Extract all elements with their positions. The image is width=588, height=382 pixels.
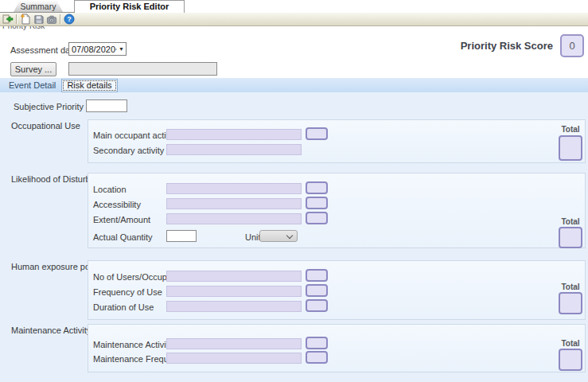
accessibility-field[interactable] [166, 198, 302, 209]
window-tab-bar: Summary Priority Risk Editor [0, 0, 588, 13]
occupational-use-total-label: Total [559, 125, 582, 134]
duration-of-use-field[interactable] [166, 301, 302, 312]
chevron-down-icon [286, 232, 293, 239]
location-score [306, 181, 328, 194]
section-title-occupational-use: Occupational Use [11, 121, 80, 131]
maintenance-activity-label: Maintenance Activity [93, 340, 173, 349]
unit-dropdown[interactable] [259, 230, 298, 242]
maintenance-frequency-score [306, 351, 328, 364]
occupational-use-total-box [559, 135, 582, 161]
camera-button[interactable] [45, 14, 58, 25]
maintenance-total-label: Total [559, 339, 582, 348]
actual-quantity-label: Actual Quantity [93, 232, 153, 242]
frequency-of-use-score [306, 284, 328, 297]
subjective-priority-input[interactable] [86, 99, 127, 112]
maintenance-frequency-field[interactable] [166, 353, 302, 364]
tab-risk-details[interactable]: Risk details [61, 79, 118, 92]
tab-priority-risk-editor-label: Priority Risk Editor [90, 2, 169, 11]
main-occupant-activity-score [306, 127, 328, 140]
assessment-date-input[interactable]: 07/08/2020 ▼ [68, 42, 127, 56]
users-occupants-score [306, 269, 328, 282]
section-maintenance-activity: Maintenance Activity Maintenance Frequen… [88, 324, 586, 372]
human-exposure-total-box [559, 292, 582, 314]
calendar-icon [115, 45, 117, 53]
open-record-icon [2, 14, 14, 25]
new-document-icon [20, 14, 30, 25]
extent-amount-field[interactable] [166, 213, 302, 224]
extent-amount-score [306, 212, 328, 224]
section-human-exposure: No of Users/Occupants Frequency of Use D… [88, 260, 586, 320]
main-occupant-activity-field[interactable] [166, 129, 302, 140]
likelihood-total-box [559, 227, 582, 248]
location-field[interactable] [166, 183, 302, 194]
tab-risk-details-label: Risk details [67, 80, 111, 90]
likelihood-total-label: Total [559, 217, 582, 226]
tab-priority-risk-editor[interactable]: Priority Risk Editor [74, 0, 185, 13]
frequency-of-use-field[interactable] [166, 286, 302, 297]
users-occupants-field[interactable] [166, 271, 302, 282]
date-dropdown-arrow-icon[interactable]: ▼ [119, 46, 126, 52]
actual-quantity-input[interactable] [166, 230, 197, 242]
maintenance-activity-score [306, 337, 328, 349]
subjective-priority-label: Subjective Priority [14, 102, 84, 111]
clipped-group-caption-text: Priority Risk [2, 26, 45, 30]
save-button[interactable] [32, 14, 45, 25]
priority-risk-score-value: 0 [560, 34, 584, 57]
assessment-date-value: 07/08/2020 [72, 45, 115, 54]
assessment-date-label: Assessment date [10, 45, 77, 55]
tab-event-detail[interactable]: Event Detail [9, 80, 56, 90]
priority-risk-editor-window: Summary Priority Risk Editor [0, 0, 588, 382]
secondary-activity-field[interactable] [166, 144, 302, 155]
new-document-button[interactable] [18, 14, 31, 25]
accessibility-score [306, 197, 328, 209]
duration-of-use-label: Duration of Use [93, 302, 154, 312]
section-likelihood-of-disturbance: Location Accessibility Extent/Amount Act… [88, 173, 586, 248]
maintenance-activity-field[interactable] [166, 338, 302, 349]
toolbar-separator [16, 14, 17, 24]
toolbar: ? [0, 13, 588, 26]
detail-tab-strip: Event Detail Risk details [0, 78, 588, 92]
toolbar-separator [60, 14, 60, 24]
help-button[interactable]: ? [63, 14, 76, 25]
save-icon [33, 14, 44, 25]
help-icon: ? [64, 14, 75, 25]
accessibility-label: Accessibility [93, 200, 141, 209]
frequency-of-use-label: Frequency of Use [93, 287, 162, 297]
open-record-button[interactable] [2, 14, 14, 25]
camera-icon [46, 14, 57, 25]
extent-amount-label: Extent/Amount [93, 215, 150, 224]
tab-summary-label: Summary [21, 2, 56, 11]
risk-details-panel: Subjective Priority Occupational Use Mai… [0, 92, 588, 382]
survey-field[interactable] [68, 62, 217, 76]
human-exposure-total-label: Total [559, 283, 582, 291]
duration-of-use-score [306, 299, 328, 312]
survey-button[interactable]: Survey ... [10, 62, 56, 76]
priority-risk-score-label: Priority Risk Score [430, 40, 553, 52]
clipped-group-caption: Priority Risk [2, 26, 98, 30]
survey-button-label: Survey ... [15, 64, 52, 74]
svg-text:?: ? [67, 15, 72, 23]
secondary-activity-label: Secondary activity [93, 146, 164, 155]
section-occupational-use: Main occupant activity Secondary activit… [88, 119, 586, 163]
maintenance-total-box [559, 349, 582, 371]
tab-summary[interactable]: Summary [14, 1, 63, 12]
section-title-maintenance: Maintenance Activity [11, 325, 91, 335]
location-label: Location [93, 185, 127, 194]
